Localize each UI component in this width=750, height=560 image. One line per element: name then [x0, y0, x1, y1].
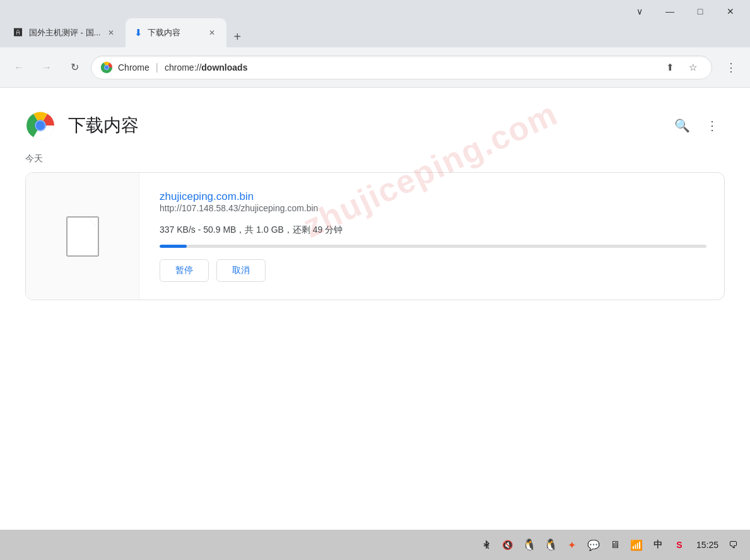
page-header-actions: 🔍 ⋮ — [669, 113, 725, 138]
download-card: zhujiceping.com.bin http://107.148.58.43… — [25, 172, 725, 300]
main-content: zhujiceping.com 下载内容 🔍 ⋮ 今天 — [0, 88, 750, 530]
reload-button[interactable]: ↻ — [63, 56, 86, 79]
page-header: 下载内容 🔍 ⋮ — [25, 100, 725, 153]
pause-button[interactable]: 暂停 — [160, 259, 209, 282]
bluetooth-icon[interactable] — [479, 538, 493, 552]
chrome-logo-icon — [100, 61, 113, 74]
volume-mute-icon[interactable]: 🔇 — [501, 538, 515, 552]
download-progress-fill — [160, 245, 187, 248]
file-icon — [66, 216, 99, 257]
svg-point-8 — [36, 121, 45, 131]
forward-button[interactable]: → — [35, 56, 58, 79]
url-full: chrome://downloads — [165, 62, 655, 73]
minimize-button[interactable]: — — [655, 1, 684, 21]
chrome-logo-large-icon — [25, 110, 56, 141]
more-options-button[interactable]: ⋮ — [700, 113, 725, 138]
tab-download-icon: ⬇ — [134, 27, 143, 38]
screen-icon[interactable]: 🖥 — [608, 538, 622, 552]
taskbar-time: 15:25 — [696, 540, 718, 550]
new-tab-button[interactable]: + — [226, 26, 248, 47]
wechat-icon[interactable]: 💬 — [587, 538, 601, 552]
address-bar: ← → ↻ Chrome | chrome://downloads ⬆ ☆ ⋮ — [0, 47, 750, 88]
url-brand-label: Chrome — [118, 62, 149, 73]
url-bar[interactable]: Chrome | chrome://downloads ⬆ ☆ — [91, 55, 712, 79]
sougou-icon[interactable]: S — [672, 538, 686, 552]
download-url: http://107.148.58.43/zhujiceping.com.bin — [160, 203, 706, 213]
url-path-segment: downloads — [201, 62, 247, 73]
notification-icon[interactable]: 🗨 — [726, 538, 740, 552]
close-button[interactable]: ✕ — [716, 1, 745, 21]
download-info: zhujiceping.com.bin http://107.148.58.43… — [139, 173, 724, 300]
tab-favicon-1: 🅰 — [14, 28, 24, 38]
qq-icon-1[interactable]: 🐧 — [522, 538, 536, 552]
bookmark-button[interactable]: ☆ — [683, 57, 703, 78]
tab-label-2: 下载内容 — [148, 27, 201, 38]
page-title: 下载内容 — [68, 114, 139, 137]
tab-close-1[interactable]: ✕ — [105, 27, 117, 38]
url-divider: | — [156, 62, 158, 73]
language-icon[interactable]: 中 — [651, 538, 665, 552]
wifi-icon[interactable]: 📶 — [630, 538, 643, 552]
download-filename-link[interactable]: zhujiceping.com.bin — [160, 190, 254, 202]
figma-icon[interactable]: ✦ — [565, 538, 579, 552]
tab-label-1: 国外主机测评 - 国... — [29, 27, 100, 38]
download-actions: 暂停 取消 — [160, 259, 706, 282]
svg-point-4 — [105, 66, 108, 69]
tab-inactive[interactable]: 🅰 国外主机测评 - 国... ✕ — [5, 18, 126, 47]
browser-menu-button[interactable]: ⋮ — [720, 56, 742, 79]
maximize-button[interactable]: □ — [686, 1, 715, 21]
tab-active[interactable]: ⬇ 下载内容 ✕ — [126, 18, 226, 47]
chevron-down-icon[interactable]: ∨ — [625, 1, 654, 21]
title-bar: ∨ — □ ✕ 🅰 国外主机测评 - 国... ✕ ⬇ 下载内容 ✕ + — [0, 0, 750, 47]
url-actions: ⬆ ☆ — [660, 57, 703, 78]
download-status: 337 KB/s - 50.9 MB，共 1.0 GB，还剩 49 分钟 — [160, 225, 706, 236]
download-progress-bar — [160, 245, 706, 248]
window-controls: ∨ — □ ✕ — [620, 0, 750, 22]
share-button[interactable]: ⬆ — [660, 57, 680, 78]
url-protocol: chrome:// — [165, 62, 201, 73]
download-file-icon-area — [26, 173, 139, 300]
taskbar: 🔇 🐧 🐧 ✦ 💬 🖥 📶 中 S 15:25 🗨 — [0, 530, 750, 560]
search-button[interactable]: 🔍 — [669, 113, 694, 138]
section-today-label: 今天 — [25, 153, 725, 165]
tab-close-2[interactable]: ✕ — [206, 27, 218, 38]
back-button[interactable]: ← — [8, 56, 30, 79]
qq-icon-2[interactable]: 🐧 — [544, 538, 558, 552]
cancel-button[interactable]: 取消 — [216, 259, 266, 282]
